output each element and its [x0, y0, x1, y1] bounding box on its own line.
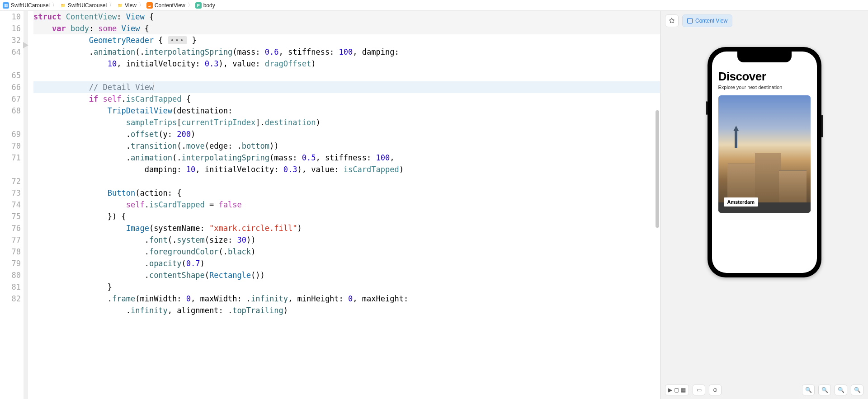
breadcrumb-folder[interactable]: View [125, 2, 137, 9]
zoom-actual-icon: 🔍 [838, 387, 844, 393]
canvas-controls-group[interactable]: ▶ ▢ ▦ [665, 385, 689, 395]
device-settings-button[interactable]: ▭ [693, 385, 705, 395]
iphone-device-frame: Discover Explore your next destination A… [708, 47, 821, 277]
code-area[interactable]: struct ContentView: View { var body: som… [28, 11, 660, 399]
zoom-actual-button[interactable]: 🔍 [835, 385, 847, 395]
canvas-settings-button[interactable]: ⊙ [709, 385, 722, 395]
scrollbar-thumb[interactable] [656, 110, 659, 228]
zoom-in-icon: 🔍 [854, 387, 861, 393]
trip-card[interactable]: Amsterdam [718, 95, 811, 213]
ellipsis-circle-icon: ⊙ [713, 387, 717, 393]
breadcrumb-symbol[interactable]: body [203, 2, 215, 9]
selectable-icon: ▢ [674, 387, 679, 393]
canvas-panel: Content View Discover Explore your next … [660, 11, 868, 399]
breadcrumb-project[interactable]: SwiftUICarousel [11, 2, 50, 9]
pin-button[interactable] [665, 14, 679, 27]
zoom-out-icon: 🔍 [805, 387, 812, 393]
chevron-right-icon: 〉 [109, 1, 114, 9]
zoom-fit-icon: 🔍 [821, 387, 828, 393]
code-editor[interactable]: 10163264 65666768 697071 727374757677787… [0, 11, 660, 399]
zoom-fit-button[interactable]: 🔍 [818, 385, 831, 395]
play-icon: ▶ [668, 387, 672, 393]
project-icon: ▦ [3, 2, 9, 9]
device-notch [737, 52, 792, 62]
app-title: Discover [718, 70, 811, 84]
variants-icon: ▦ [681, 387, 686, 393]
card-label: Amsterdam [724, 197, 759, 207]
chevron-right-icon: 〉 [52, 1, 57, 9]
breadcrumb-group[interactable]: SwiftUICarousel [68, 2, 107, 9]
pin-icon [669, 18, 675, 24]
breadcrumb-file[interactable]: ContentView [155, 2, 185, 9]
line-gutter: 10163264 65666768 697071 727374757677787… [0, 11, 28, 399]
zoom-in-button[interactable]: 🔍 [851, 385, 863, 395]
breadcrumb[interactable]: ▦ SwiftUICarousel 〉 📁 SwiftUICarousel 〉 … [0, 0, 868, 11]
preview-selector[interactable]: Content View [682, 14, 732, 27]
cube-icon [687, 18, 693, 23]
preview-name: Content View [695, 18, 727, 24]
svg-rect-0 [146, 2, 153, 9]
folder-icon: 📁 [60, 2, 66, 9]
chevron-right-icon: 〉 [188, 1, 193, 9]
device-screen[interactable]: Discover Explore your next destination A… [712, 52, 817, 273]
device-settings-icon: ▭ [697, 387, 702, 393]
folder-icon: 📁 [117, 2, 123, 9]
app-subtitle: Explore your next destination [718, 84, 811, 90]
zoom-out-button[interactable]: 🔍 [802, 385, 815, 395]
chevron-right-icon: 〉 [139, 1, 144, 9]
swift-file-icon [146, 2, 153, 9]
property-icon: P [195, 2, 202, 9]
